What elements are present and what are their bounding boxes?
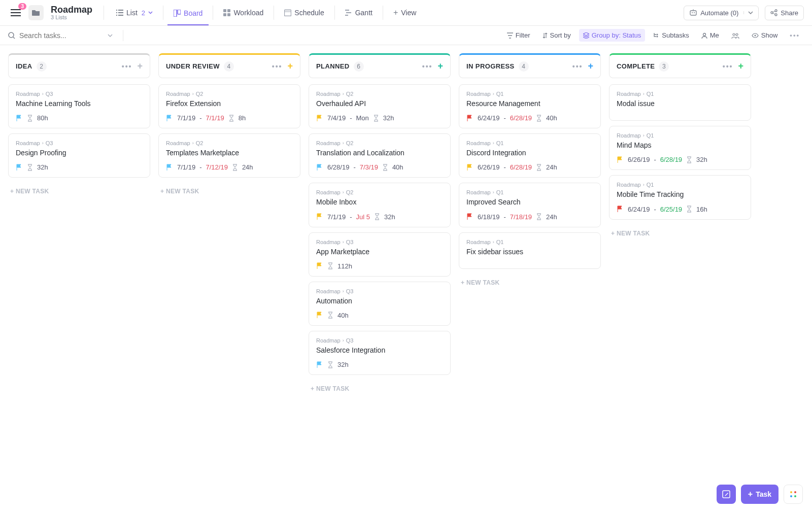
card-time: 16h (696, 206, 707, 213)
filter-button[interactable]: Filter (503, 29, 534, 42)
card-time: 32h (383, 114, 394, 122)
column-add-button[interactable]: + (437, 61, 443, 72)
card[interactable]: Roadmap›Q3 Machine Learning Tools 80h (8, 84, 150, 128)
column-more-button[interactable]: ••• (122, 62, 132, 71)
flag-icon[interactable] (316, 361, 323, 368)
view-tab-list[interactable]: List 2 (110, 5, 159, 21)
folder-chip[interactable] (28, 5, 44, 20)
view-tab-workload[interactable]: Workload (217, 5, 269, 21)
column-count: 4 (519, 61, 529, 72)
card-date-start: 6/18/19 (478, 213, 499, 221)
flag-icon[interactable] (166, 164, 173, 171)
card[interactable]: Roadmap›Q1 Mind Maps 6/26/19-6/28/1932h (609, 126, 751, 170)
add-view-button[interactable]: + View (387, 4, 422, 21)
card-breadcrumb: Roadmap›Q3 (16, 140, 143, 146)
card[interactable]: Roadmap›Q2 Firefox Extension 7/1/19-7/1/… (158, 84, 300, 128)
automate-button[interactable]: Automate (0) (684, 6, 759, 20)
flag-icon[interactable] (316, 312, 323, 319)
divider (274, 6, 274, 20)
card-date-start: 7/1/19 (177, 114, 195, 122)
card-date-end: Jul 5 (356, 213, 370, 221)
flag-icon[interactable] (316, 262, 323, 269)
menu-badge: 3 (18, 3, 26, 10)
card[interactable]: Roadmap›Q3 Design Proofing 32h (8, 133, 150, 178)
column-add-button[interactable]: + (588, 61, 593, 72)
hourglass-icon (686, 206, 692, 213)
column-add-button[interactable]: + (738, 61, 743, 72)
flag-icon[interactable] (166, 115, 173, 122)
group-button[interactable]: Group by: Status (579, 29, 646, 42)
flag-icon[interactable] (16, 164, 23, 171)
flag-icon[interactable] (617, 156, 624, 163)
card[interactable]: Roadmap›Q1 Resource Management 6/24/19-6… (459, 84, 601, 128)
new-task-button[interactable]: + NEW TASK (609, 225, 751, 242)
share-button[interactable]: Share (765, 6, 804, 20)
card-date-end: 7/1/19 (206, 114, 224, 122)
card-date-start: 6/24/19 (628, 206, 650, 213)
card[interactable]: Roadmap›Q3 App Marketplace 112h (309, 232, 451, 277)
view-tab-gantt[interactable]: Gantt (339, 5, 379, 21)
search-wrap[interactable] (8, 31, 100, 40)
new-task-button[interactable]: + NEW TASK (8, 183, 150, 200)
card[interactable]: Roadmap›Q1 Fix sidebar issues (459, 232, 601, 269)
column-more-button[interactable]: ••• (572, 62, 583, 71)
card-time: 8h (239, 114, 246, 122)
search-input[interactable] (19, 31, 100, 40)
card[interactable]: Roadmap›Q2 Overhauled API 7/4/19-Mon32h (309, 84, 451, 128)
sort-button[interactable]: Sort by (538, 29, 575, 42)
svg-point-18 (736, 33, 738, 36)
card-time: 40h (392, 163, 403, 171)
flag-icon[interactable] (466, 164, 473, 171)
card[interactable]: Roadmap›Q2 Templates Marketplace 7/1/19-… (158, 133, 300, 178)
column-more-button[interactable]: ••• (272, 62, 283, 71)
svg-point-19 (754, 35, 756, 36)
card-breadcrumb: Roadmap›Q1 (617, 182, 743, 188)
column-title: UNDER REVIEW (166, 62, 220, 70)
hourglass-icon (374, 213, 380, 220)
me-button[interactable]: Me (697, 29, 723, 42)
card[interactable]: Roadmap›Q2 Mobile Inbox 7/1/19-Jul 532h (309, 183, 451, 227)
new-task-button[interactable]: + NEW TASK (158, 183, 300, 200)
view-tab-board[interactable]: Board (167, 5, 209, 25)
column-add-button[interactable]: + (137, 61, 143, 72)
hourglass-icon (536, 164, 542, 171)
card[interactable]: Roadmap›Q2 Translation and Localization … (309, 133, 451, 178)
flag-icon[interactable] (16, 115, 23, 122)
column-more-button[interactable]: ••• (422, 62, 433, 71)
card[interactable]: Roadmap›Q1 Modal issue (609, 84, 751, 121)
card-title: Machine Learning Tools (16, 99, 143, 108)
search-caret[interactable] (105, 34, 116, 37)
column-more-button[interactable]: ••• (723, 62, 733, 71)
subtasks-button[interactable]: Subtasks (649, 29, 693, 42)
card-title: Modal issue (617, 99, 743, 108)
share-icon (770, 9, 777, 16)
view-tab-schedule[interactable]: Schedule (278, 5, 330, 21)
flag-icon[interactable] (617, 206, 624, 213)
card-breadcrumb: Roadmap›Q2 (316, 140, 443, 146)
flag-icon[interactable] (316, 115, 323, 122)
menu-button[interactable]: 3 (8, 5, 23, 20)
card[interactable]: Roadmap›Q1 Discord Integration 6/26/19-6… (459, 133, 601, 178)
board: IDEA 2 ••• + Roadmap›Q3 Machine Learning… (0, 45, 812, 428)
column-add-button[interactable]: + (287, 61, 293, 72)
more-button[interactable]: ••• (786, 29, 804, 42)
card-time: 80h (37, 114, 48, 122)
new-task-button[interactable]: + NEW TASK (309, 380, 451, 397)
flag-icon[interactable] (316, 213, 323, 220)
flag-icon[interactable] (466, 115, 473, 122)
card[interactable]: Roadmap›Q3 Automation 40h (309, 282, 451, 326)
card[interactable]: Roadmap›Q3 Salesforce Integration 32h (309, 331, 451, 375)
card[interactable]: Roadmap›Q1 Mobile Time Tracking 6/24/19-… (609, 175, 751, 219)
assignees-button[interactable] (727, 30, 743, 41)
automate-caret[interactable] (743, 11, 753, 14)
new-task-button[interactable]: + NEW TASK (459, 274, 601, 291)
show-button[interactable]: Show (748, 29, 782, 42)
flag-icon[interactable] (316, 164, 323, 171)
card-time: 24h (546, 163, 557, 171)
view-label: List (126, 9, 138, 17)
divider (123, 30, 123, 41)
card[interactable]: Roadmap›Q1 Improved Search 6/18/19-7/18/… (459, 183, 601, 227)
flag-icon[interactable] (466, 213, 473, 220)
column: UNDER REVIEW 4 ••• + Roadmap›Q2 Firefox … (158, 53, 300, 200)
view-count: 2 (142, 9, 145, 17)
